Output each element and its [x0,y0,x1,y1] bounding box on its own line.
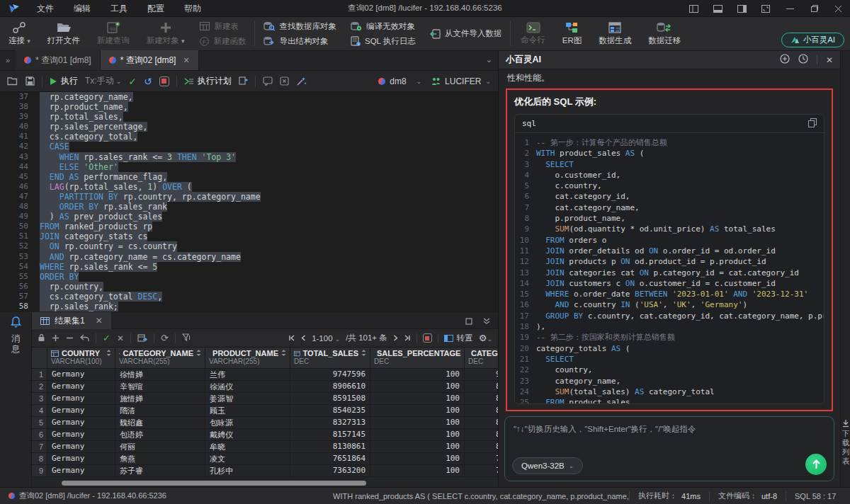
sort-icon[interactable] [361,350,366,356]
editor-line[interactable]: 53 AND rp.category_name = cs.category_na… [0,252,498,262]
table-cell[interactable]: 施惜婵 [115,393,205,404]
cmdline-button[interactable]: 命令行 [512,17,554,50]
stop-fetch-icon[interactable] [423,333,432,343]
revert-icon[interactable] [80,332,89,345]
table-cell[interactable]: 8 [465,429,498,440]
column-header-country[interactable]: COUNTRYVARCHAR(100) [47,348,115,368]
table-cell[interactable]: Germany [47,369,115,380]
table-row[interactable]: 1Germany徐惜婵兰伟97475961009 [32,369,498,381]
table-cell[interactable]: 100 [370,465,465,476]
connect-button[interactable]: 连接 ▾ [0,17,39,50]
table-cell[interactable]: 1 [32,369,47,380]
table-cell[interactable]: 8 [465,441,498,452]
column-header-category_name[interactable]: CATEGORY_NAMEVARCHAR(255) [115,348,205,368]
export-result-icon[interactable] [137,332,147,345]
editor-line[interactable]: 39 rp.total_sales, [0,112,498,122]
table-row[interactable]: 8Germany詹燕凌文76518641007 [32,453,498,465]
column-header-total_sales[interactable]: TOTAL_SALESDEC [290,348,370,368]
table-cell[interactable]: Germany [47,405,115,416]
open-file-button[interactable]: 打开文件 [39,17,89,50]
model-selector[interactable]: Qwen3-32B⌄ [512,457,583,474]
table-cell[interactable]: 8906610 [290,381,370,392]
editor-line[interactable]: 51JOIN category_stats cs [0,231,498,241]
menu-item-1[interactable]: 编辑 [64,4,101,13]
table-cell[interactable]: 8 [465,393,498,404]
table-cell[interactable]: 8130861 [290,441,370,452]
layout-left-icon[interactable] [681,0,706,17]
editor-line[interactable]: 52 ON rp.country = cs.country [0,241,498,251]
editor-line[interactable]: 44 ELSE 'Other' [0,162,498,172]
tab-query02[interactable]: * 查询02 [dm8] ✕ [101,50,199,70]
table-cell[interactable]: 4 [32,405,47,416]
table-cell[interactable]: 7 [32,441,47,452]
refresh-icon[interactable]: ⟳ [161,333,169,343]
table-cell[interactable]: 9747596 [290,369,370,380]
table-cell[interactable]: Germany [47,429,115,440]
table-cell[interactable]: 8 [32,453,47,464]
table-cell[interactable]: 7651864 [290,453,370,464]
table-cell[interactable]: 顾玉 [205,405,290,416]
uncomment-icon[interactable] [280,76,289,86]
menu-item-0[interactable]: 文件 [27,4,64,13]
download-list-tab[interactable]: 下载列表 [841,420,850,466]
editor-line[interactable]: 38 rp.product_name, [0,102,498,112]
table-row[interactable]: 2Germany辛智瑄徐涵仪89066101008 [32,381,498,393]
table-cell[interactable]: 8327313 [290,417,370,428]
find-db-object-button[interactable]: 查找数据库对象 [264,20,336,33]
add-row-icon[interactable] [52,332,60,345]
sort-icon[interactable] [106,350,111,356]
bell-icon[interactable] [11,316,21,328]
minimize-button[interactable] [778,0,802,17]
table-cell[interactable]: 包咏源 [205,417,290,428]
tab-close-icon[interactable]: ✕ [183,56,189,65]
table-cell[interactable]: 魏绍鑫 [115,417,205,428]
transpose-button[interactable]: 转置 [444,333,473,343]
table-cell[interactable]: 戴娉仪 [205,429,290,440]
table-cell[interactable]: 牟晓 [205,441,290,452]
table-row[interactable]: 7Germany何丽牟晓81308611008 [32,441,498,453]
open-icon[interactable] [7,76,18,86]
editor-line[interactable]: 42 CASE [0,142,498,151]
send-button[interactable] [805,454,827,475]
grid-settings-icon[interactable]: ⚙⌄ [479,333,492,343]
new-query-button[interactable]: SQL 新建查询 [89,17,138,50]
table-cell[interactable]: 2 [32,381,47,392]
sql-editor[interactable]: 37 rp.category_name,38 rp.product_name,3… [0,92,498,312]
layout-right-icon[interactable] [730,0,754,17]
table-cell[interactable]: 詹燕 [115,453,205,464]
table-cell[interactable]: 100 [370,453,465,464]
commit-changes-icon[interactable]: ✓ [103,333,110,343]
copy-code-icon[interactable] [808,118,817,129]
table-cell[interactable]: 兰伟 [205,369,290,380]
new-function-button[interactable]: F 新建函数 [200,35,246,47]
discard-changes-icon[interactable]: ✕ [117,333,124,343]
editor-line[interactable]: 37 rp.category_name, [0,92,498,102]
table-cell[interactable]: 隋清 [115,405,205,416]
data-gen-button[interactable]: 101ABC 数据生成 [590,17,640,50]
table-cell[interactable]: 100 [370,369,465,380]
table-cell[interactable]: 100 [370,393,465,404]
table-cell[interactable]: 8 [465,417,498,428]
rollback-icon[interactable]: ↺ [144,76,152,87]
ai-assistant-button[interactable]: 小百灵AI [781,33,844,47]
editor-line[interactable]: 55ORDER BY [0,272,498,282]
next-page-icon[interactable] [393,334,398,343]
table-cell[interactable]: Germany [47,381,115,392]
sql-log-button[interactable]: i SQL 执行日志 [351,35,416,47]
expand-panel-icon[interactable]: » [0,50,16,70]
fullscreen-icon[interactable] [754,0,778,17]
editor-line[interactable]: 49 ) AS prev_product_sales [0,212,498,222]
sort-icon[interactable] [196,350,201,356]
ai-input-box[interactable]: "↑↓"切换历史输入，"Shift+Enter"换行，"/"唤起指令 Qwen3… [504,416,834,481]
tab-query01[interactable]: * 查询01 [dm8] [16,50,101,70]
new-table-button[interactable]: 新建表 [200,20,246,33]
new-chat-icon[interactable] [780,54,790,67]
editor-line[interactable]: 57 cs.category_total DESC, [0,292,498,302]
result-set-tab[interactable]: 结果集1 ✕ [32,312,111,329]
table-cell[interactable]: 7 [465,465,498,476]
prev-page-icon[interactable] [301,334,306,343]
delete-row-icon[interactable] [66,332,74,345]
lock-icon[interactable] [38,332,45,345]
messages-tab[interactable]: 消息 [11,333,21,355]
table-cell[interactable]: 姜源智 [205,393,290,404]
